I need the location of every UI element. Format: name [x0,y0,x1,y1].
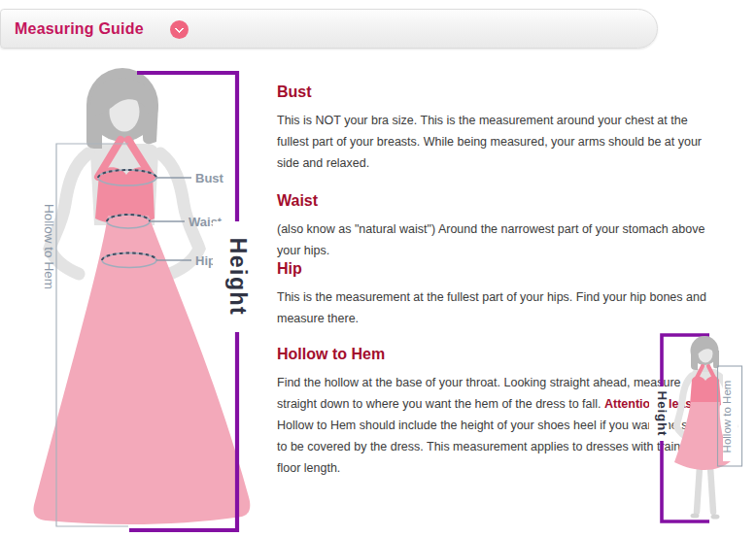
measuring-figure-large: Hollow to Hem Bust Waist Hip Height [24,56,267,537]
section-bust: Bust This is NOT your bra size. This is … [277,84,722,174]
page-title: Measuring Guide [15,20,144,38]
section-hip: Hip This is the measurement at the fulle… [277,260,722,329]
height-label: Height [225,238,251,317]
waist-description: (also know as "natural waist") Around th… [277,218,722,261]
height-label-small: Height [655,391,670,437]
bust-heading: Bust [277,84,722,101]
chevron-down-icon[interactable] [170,20,189,39]
bust-label: Bust [195,171,224,185]
chevron-glyph [174,23,184,33]
hollow-to-hem-label: Hollow to Hem [42,204,56,289]
head-small [691,336,720,370]
hollow-to-hem-label-small: Hollow to Hem [721,381,733,453]
hip-label: Hip [195,253,216,268]
hip-description: This is the measurement at the fullest p… [277,286,722,329]
hip-heading: Hip [277,260,722,278]
bust-description: This is NOT your bra size. This is the m… [277,110,722,174]
waist-heading: Waist [277,192,722,210]
measuring-figure-small: Hollow to Hem Height [641,325,756,537]
section-waist: Waist (also know as "natural waist") Aro… [277,192,722,261]
measuring-guide-header[interactable]: Measuring Guide [0,9,658,49]
measuring-guide-page: Measuring Guide Hollow [0,0,756,537]
